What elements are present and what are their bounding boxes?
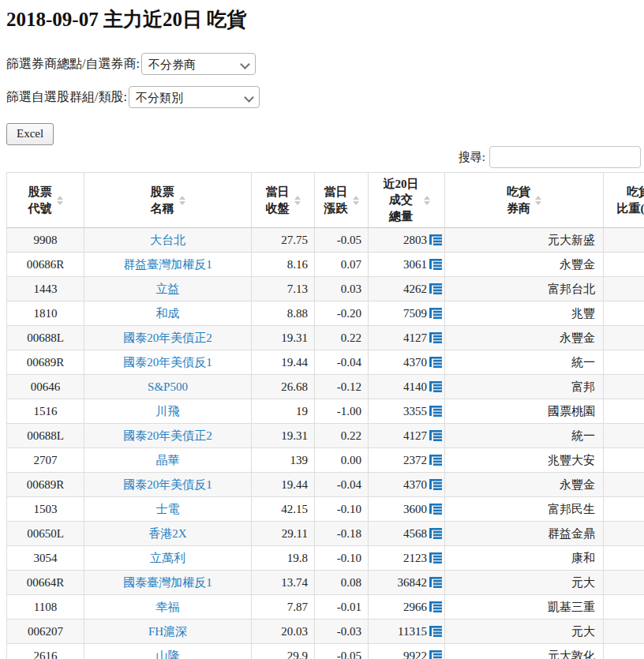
volume-value: 2372 (403, 454, 442, 467)
volume-value: 11315 (398, 625, 442, 638)
column-header-close[interactable]: 當日收盤 (252, 173, 315, 228)
close-price-cell: 19.31 (252, 326, 315, 350)
volume-detail-list-icon[interactable] (429, 455, 442, 466)
stock-code-cell: 00686R (7, 253, 84, 277)
column-label: 吃貨比重(%) (617, 184, 644, 216)
volume-detail-list-icon[interactable] (429, 430, 442, 441)
stock-code-cell: 1810 (7, 301, 84, 326)
volume-cell: 4262 (369, 277, 445, 301)
volume-detail-list-icon[interactable] (429, 381, 442, 392)
stock-name-cell: 大台北 (84, 228, 252, 253)
volume-detail-list-icon[interactable] (429, 234, 442, 245)
column-label: 近20日成交總量 (384, 176, 419, 224)
table-row: 1443立益7.130.034262富邦台北51.17 (7, 277, 644, 301)
search-input[interactable] (489, 146, 641, 168)
volume-value: 2803 (403, 234, 442, 247)
table-row: 00688L國泰20年美債正219.310.224127統一48.46 (7, 424, 644, 448)
pct-cell: 51.17 (604, 277, 644, 301)
volume-detail-list-icon[interactable] (429, 283, 442, 294)
stock-code-cell: 00689R (7, 473, 84, 497)
broker-cell: 康和 (445, 546, 604, 571)
price-change-cell: -0.03 (315, 620, 369, 644)
stock-name-link[interactable]: 士電 (156, 503, 180, 515)
stock-name-link[interactable]: 山隆 (156, 650, 180, 659)
volume-number: 7509 (403, 307, 427, 320)
pct-cell: 48.46 (604, 424, 644, 448)
column-header-change[interactable]: 當日漲跌 (315, 173, 369, 228)
volume-number: 4262 (403, 283, 427, 296)
table-header-row: 股票代號股票名稱當日收盤當日漲跌近20日成交總量吃貨券商吃貨比重(%) (7, 173, 644, 228)
stock-name-cell: FH滬深 (84, 620, 252, 644)
pct-cell: 50.64 (604, 326, 644, 350)
price-change-cell: 0.08 (315, 571, 369, 595)
pct-cell: 50.78 (604, 301, 644, 326)
stock-name-link[interactable]: S&P500 (148, 380, 188, 393)
stock-name-link[interactable]: 國泰20年美債反1 (123, 356, 212, 369)
volume-detail-list-icon[interactable] (429, 479, 442, 490)
price-change-cell: -0.05 (315, 644, 369, 659)
stock-name-link[interactable]: 國泰20年美債正2 (123, 429, 212, 442)
close-price-cell: 139 (252, 448, 315, 473)
stock-code-cell: 006207 (7, 620, 84, 644)
stock-name-link[interactable]: 幸福 (156, 601, 180, 613)
stock-name-link[interactable]: 晶華 (156, 454, 180, 466)
volume-value: 4140 (403, 380, 442, 394)
pct-cell: 48.83 (604, 350, 644, 375)
search-label: 搜尋: (459, 150, 485, 165)
table-row: 1516川飛19-1.003355國票桃園48.49 (7, 399, 644, 424)
stock-name-link[interactable]: 國泰20年美債反1 (123, 478, 212, 491)
stock-name-cell: 國泰20年美債反1 (84, 350, 252, 375)
broker-cell: 永豐金 (445, 253, 604, 277)
stock-name-cell: 國泰20年美債反1 (84, 473, 252, 497)
volume-detail-list-icon[interactable] (429, 504, 442, 515)
pct-cell: 42.95 (604, 522, 644, 546)
stock-name-link[interactable]: 和成 (156, 307, 180, 320)
stock-name-link[interactable]: 國泰20年美債正2 (123, 331, 212, 344)
volume-cell: 11315 (369, 620, 445, 644)
pct-cell: 42.23 (604, 571, 644, 595)
broker-filter-select[interactable]: 不分券商 (141, 53, 256, 75)
column-header-code[interactable]: 股票代號 (7, 173, 84, 228)
volume-detail-list-icon[interactable] (429, 259, 442, 270)
table-row: 00650L香港2X29.11-0.184568群益金鼎42.95 (7, 522, 644, 546)
volume-number: 4370 (403, 478, 427, 492)
volume-detail-list-icon[interactable] (429, 650, 442, 659)
close-price-cell: 8.16 (252, 253, 315, 277)
volume-detail-list-icon[interactable] (429, 528, 442, 539)
close-price-cell: 42.15 (252, 497, 315, 522)
stock-name-link[interactable]: 川飛 (156, 405, 180, 417)
stock-name-link[interactable]: 國泰臺灣加權反1 (123, 576, 212, 589)
volume-detail-list-icon[interactable] (429, 308, 442, 319)
broker-filter-select-wrap: 不分券商 (141, 53, 256, 75)
column-header-volume[interactable]: 近20日成交總量 (369, 173, 445, 228)
excel-export-button[interactable]: Excel (6, 123, 54, 145)
column-header-pct[interactable]: 吃貨比重(%) (604, 173, 644, 228)
stock-name-link[interactable]: 群益臺灣加權反1 (123, 258, 212, 271)
price-change-cell: -0.01 (315, 595, 369, 620)
stock-name-link[interactable]: 香港2X (148, 527, 186, 540)
volume-detail-list-icon[interactable] (429, 357, 442, 368)
stock-name-link[interactable]: 立萬利 (150, 552, 185, 564)
column-header-name[interactable]: 股票名稱 (84, 173, 252, 228)
table-row: 9908大台北27.75-0.052803元大新盛63.08 (7, 228, 644, 253)
volume-detail-list-icon[interactable] (429, 332, 442, 343)
stock-name-link[interactable]: FH滬深 (148, 625, 187, 638)
category-filter-select[interactable]: 不分類別 (129, 86, 260, 108)
volume-detail-list-icon[interactable] (429, 601, 442, 612)
stock-name-link[interactable]: 大台北 (150, 234, 185, 246)
sort-both-icon (57, 196, 63, 205)
volume-number: 2123 (403, 552, 427, 565)
volume-number: 4140 (403, 380, 427, 394)
close-price-cell: 19.31 (252, 424, 315, 448)
volume-detail-list-icon[interactable] (429, 552, 442, 564)
stock-name-link[interactable]: 立益 (156, 283, 180, 295)
column-label: 當日收盤 (266, 184, 290, 216)
price-change-cell: 0.07 (315, 253, 369, 277)
volume-cell: 9922 (369, 644, 445, 659)
volume-detail-list-icon[interactable] (429, 406, 442, 417)
search-row: 搜尋: (6, 146, 641, 168)
column-header-broker[interactable]: 吃貨券商 (445, 173, 604, 228)
volume-detail-list-icon[interactable] (429, 577, 442, 588)
volume-detail-list-icon[interactable] (429, 626, 442, 637)
volume-cell: 3600 (369, 497, 445, 522)
